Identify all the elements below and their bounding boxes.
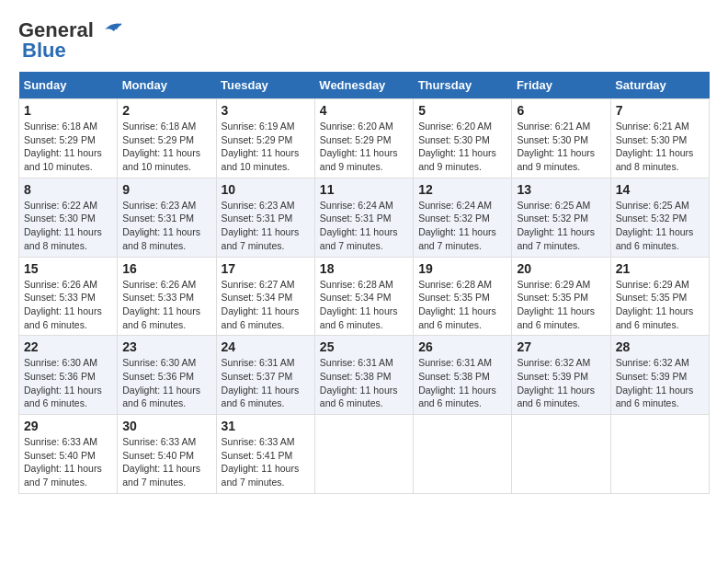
header: General Blue [18,18,710,63]
day-info: Sunrise: 6:22 AMSunset: 5:30 PMDaylight:… [24,199,112,253]
calendar-cell [314,415,413,494]
calendar-cell: 26Sunrise: 6:31 AMSunset: 5:38 PMDayligh… [414,336,512,415]
day-number: 1 [24,103,112,118]
day-info: Sunrise: 6:33 AMSunset: 5:40 PMDaylight:… [24,435,112,489]
weekday-header: Wednesday [314,72,413,99]
calendar-cell [610,415,709,494]
calendar-cell: 1Sunrise: 6:18 AMSunset: 5:29 PMDaylight… [19,99,118,178]
calendar-cell [512,415,610,494]
day-number: 5 [418,103,506,118]
calendar-cell: 28Sunrise: 6:32 AMSunset: 5:39 PMDayligh… [610,336,709,415]
day-number: 6 [517,103,605,118]
calendar-cell: 16Sunrise: 6:26 AMSunset: 5:33 PMDayligh… [118,257,216,336]
day-number: 15 [24,261,112,276]
day-number: 22 [24,339,112,354]
calendar-cell: 19Sunrise: 6:28 AMSunset: 5:35 PMDayligh… [414,257,512,336]
day-info: Sunrise: 6:29 AMSunset: 5:35 PMDaylight:… [517,278,605,332]
calendar-cell: 29Sunrise: 6:33 AMSunset: 5:40 PMDayligh… [19,415,118,494]
calendar-cell: 17Sunrise: 6:27 AMSunset: 5:34 PMDayligh… [216,257,314,336]
calendar-cell: 5Sunrise: 6:20 AMSunset: 5:30 PMDaylight… [414,99,512,178]
calendar-week-row: 29Sunrise: 6:33 AMSunset: 5:40 PMDayligh… [19,415,710,494]
day-info: Sunrise: 6:28 AMSunset: 5:34 PMDaylight:… [320,278,408,332]
calendar-cell: 14Sunrise: 6:25 AMSunset: 5:32 PMDayligh… [610,178,709,257]
day-info: Sunrise: 6:31 AMSunset: 5:37 PMDaylight:… [222,356,310,410]
day-number: 26 [418,339,506,354]
day-number: 13 [517,182,605,197]
day-info: Sunrise: 6:21 AMSunset: 5:30 PMDaylight:… [517,120,605,174]
day-number: 12 [418,182,506,197]
day-info: Sunrise: 6:28 AMSunset: 5:35 PMDaylight:… [418,278,506,332]
calendar-cell: 25Sunrise: 6:31 AMSunset: 5:38 PMDayligh… [314,336,413,415]
calendar-cell: 2Sunrise: 6:18 AMSunset: 5:29 PMDaylight… [118,99,216,178]
day-info: Sunrise: 6:33 AMSunset: 5:40 PMDaylight:… [122,435,210,489]
calendar-cell: 23Sunrise: 6:30 AMSunset: 5:36 PMDayligh… [118,336,216,415]
calendar-cell: 21Sunrise: 6:29 AMSunset: 5:35 PMDayligh… [610,257,709,336]
calendar-cell: 7Sunrise: 6:21 AMSunset: 5:30 PMDaylight… [610,99,709,178]
day-number: 30 [122,419,210,433]
day-info: Sunrise: 6:33 AMSunset: 5:41 PMDaylight:… [222,435,310,489]
logo-bird-icon [96,20,123,40]
day-info: Sunrise: 6:31 AMSunset: 5:38 PMDaylight:… [320,356,408,410]
day-number: 16 [122,261,210,276]
calendar-cell: 18Sunrise: 6:28 AMSunset: 5:34 PMDayligh… [314,257,413,336]
calendar-cell: 3Sunrise: 6:19 AMSunset: 5:29 PMDaylight… [216,99,314,178]
calendar-cell: 15Sunrise: 6:26 AMSunset: 5:33 PMDayligh… [19,257,118,336]
day-number: 18 [320,261,408,276]
day-number: 23 [122,339,210,354]
day-number: 10 [222,182,310,197]
day-info: Sunrise: 6:19 AMSunset: 5:29 PMDaylight:… [222,120,310,174]
day-info: Sunrise: 6:25 AMSunset: 5:32 PMDaylight:… [616,199,704,253]
day-number: 8 [24,182,112,197]
calendar-cell: 30Sunrise: 6:33 AMSunset: 5:40 PMDayligh… [118,415,216,494]
day-number: 19 [418,261,506,276]
day-number: 31 [222,419,310,433]
day-number: 25 [320,339,408,354]
day-info: Sunrise: 6:23 AMSunset: 5:31 PMDaylight:… [222,199,310,253]
day-number: 11 [320,182,408,197]
day-info: Sunrise: 6:30 AMSunset: 5:36 PMDaylight:… [122,356,210,410]
day-info: Sunrise: 6:20 AMSunset: 5:30 PMDaylight:… [418,120,506,174]
day-info: Sunrise: 6:32 AMSunset: 5:39 PMDaylight:… [517,356,605,410]
day-number: 14 [616,182,704,197]
day-number: 7 [616,103,704,118]
day-info: Sunrise: 6:31 AMSunset: 5:38 PMDaylight:… [418,356,506,410]
calendar-cell: 27Sunrise: 6:32 AMSunset: 5:39 PMDayligh… [512,336,610,415]
weekday-header: Friday [512,72,610,99]
day-number: 24 [222,339,310,354]
calendar-week-row: 22Sunrise: 6:30 AMSunset: 5:36 PMDayligh… [19,336,710,415]
weekday-header: Monday [118,72,216,99]
day-number: 28 [616,339,704,354]
calendar-header-row: SundayMondayTuesdayWednesdayThursdayFrid… [19,72,710,99]
calendar-cell: 9Sunrise: 6:23 AMSunset: 5:31 PMDaylight… [118,178,216,257]
day-info: Sunrise: 6:24 AMSunset: 5:32 PMDaylight:… [418,199,506,253]
day-number: 2 [122,103,210,118]
calendar-cell: 4Sunrise: 6:20 AMSunset: 5:29 PMDaylight… [314,99,413,178]
day-number: 3 [222,103,310,118]
day-number: 9 [122,182,210,197]
calendar-body: 1Sunrise: 6:18 AMSunset: 5:29 PMDaylight… [19,99,710,494]
day-info: Sunrise: 6:25 AMSunset: 5:32 PMDaylight:… [517,199,605,253]
calendar-cell: 6Sunrise: 6:21 AMSunset: 5:30 PMDaylight… [512,99,610,178]
day-info: Sunrise: 6:30 AMSunset: 5:36 PMDaylight:… [24,356,112,410]
calendar-week-row: 1Sunrise: 6:18 AMSunset: 5:29 PMDaylight… [19,99,710,178]
day-number: 17 [222,261,310,276]
weekday-header: Sunday [19,72,118,99]
day-info: Sunrise: 6:27 AMSunset: 5:34 PMDaylight:… [222,278,310,332]
calendar-table: SundayMondayTuesdayWednesdayThursdayFrid… [18,72,710,494]
day-number: 4 [320,103,408,118]
calendar-week-row: 15Sunrise: 6:26 AMSunset: 5:33 PMDayligh… [19,257,710,336]
logo: General Blue [18,18,123,63]
day-info: Sunrise: 6:20 AMSunset: 5:29 PMDaylight:… [320,120,408,174]
logo-blue: Blue [22,39,66,63]
day-info: Sunrise: 6:23 AMSunset: 5:31 PMDaylight:… [122,199,210,253]
calendar-cell: 11Sunrise: 6:24 AMSunset: 5:31 PMDayligh… [314,178,413,257]
day-number: 29 [24,419,112,433]
calendar-cell: 24Sunrise: 6:31 AMSunset: 5:37 PMDayligh… [216,336,314,415]
calendar-cell: 20Sunrise: 6:29 AMSunset: 5:35 PMDayligh… [512,257,610,336]
day-info: Sunrise: 6:32 AMSunset: 5:39 PMDaylight:… [616,356,704,410]
day-info: Sunrise: 6:18 AMSunset: 5:29 PMDaylight:… [24,120,112,174]
day-number: 27 [517,339,605,354]
calendar-cell: 13Sunrise: 6:25 AMSunset: 5:32 PMDayligh… [512,178,610,257]
calendar-cell: 8Sunrise: 6:22 AMSunset: 5:30 PMDaylight… [19,178,118,257]
day-info: Sunrise: 6:26 AMSunset: 5:33 PMDaylight:… [24,278,112,332]
